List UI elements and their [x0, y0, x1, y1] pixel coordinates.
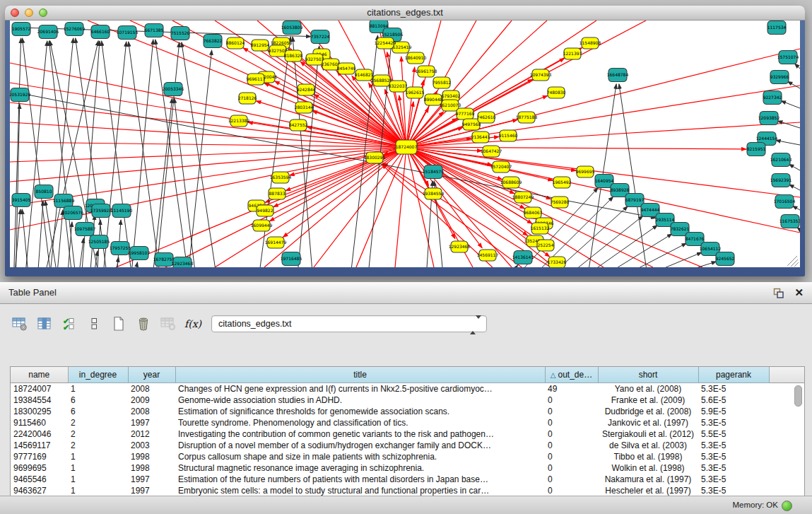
graph-node-teal[interactable]: 15276069	[64, 23, 86, 36]
graph-node-teal[interactable]: 1117534	[767, 21, 787, 35]
graph-node-teal[interactable]: 17359928	[90, 204, 112, 218]
table-row[interactable]: 1938455462009Genome-wide association stu…	[11, 395, 804, 406]
column-header-title[interactable]: title	[175, 367, 545, 383]
resize-grip-icon[interactable]	[787, 256, 797, 266]
graph-node-teal[interactable]: 3915405	[12, 194, 31, 207]
row-height-icon[interactable]	[86, 315, 102, 332]
column-header-name[interactable]: name	[11, 367, 68, 383]
graph-node-teal[interactable]: 9329966	[770, 71, 789, 84]
graph-node-teal[interactable]: 7663822	[204, 35, 223, 48]
graph-node-teal[interactable]: 14136141	[512, 251, 534, 264]
graph-node-yellow[interactable]: 10688609	[500, 177, 522, 188]
graph-node-teal[interactable]: 8215951	[747, 143, 766, 156]
column-header-outde[interactable]: △out_de…	[545, 367, 598, 383]
close-icon[interactable]: ✕	[794, 285, 804, 300]
graph-node-yellow[interactable]: 19384554	[423, 188, 445, 199]
graph-node-teal[interactable]: 16053809	[281, 21, 303, 35]
resize-grip-icon[interactable]	[791, 259, 798, 267]
graph-node-teal[interactable]: 11145190	[111, 204, 133, 218]
column-header-year[interactable]: year	[128, 367, 175, 383]
graph-node-teal[interactable]: 10975887	[74, 223, 96, 236]
graph-node-yellow[interactable]: 18640910	[405, 52, 427, 64]
table-row[interactable]: 969969511998Structural magnetic resonanc…	[11, 462, 804, 474]
create-column-icon[interactable]	[110, 315, 127, 332]
function-builder-icon[interactable]: f(x)	[184, 318, 201, 329]
graph-node-teal[interactable]: 15692391	[770, 174, 792, 187]
graph-node-teal[interactable]: 1905572	[12, 23, 31, 36]
graph-node-teal[interactable]: 16648784	[607, 69, 629, 82]
graph-node-yellow[interactable]: 12254429	[375, 37, 396, 49]
graph-node-yellow[interactable]: 9696117	[247, 74, 266, 85]
graph-node-yellow[interactable]: 252254	[537, 240, 554, 251]
graph-node-yellow[interactable]: 12213382	[228, 115, 250, 127]
graph-node-yellow[interactable]: 2718126	[238, 93, 257, 104]
graph-node-yellow[interactable]: 8186328	[284, 50, 303, 62]
graph-node-yellow[interactable]: 16914479	[265, 237, 287, 248]
table-row[interactable]: 2242004622012Investigating the contribut…	[11, 428, 804, 440]
graph-node-yellow[interactable]: 949822	[257, 205, 273, 216]
graph-node-teal[interactable]: 20531929	[10, 88, 30, 102]
graph-node-teal[interactable]: 15751074	[777, 51, 799, 64]
table-row[interactable]: 1872400712008Changes of HCN gene express…	[11, 383, 804, 395]
graph-node-teal[interactable]: 19958107	[129, 247, 151, 260]
graph-node-yellow[interactable]: 9115460	[499, 130, 518, 141]
graph-node-yellow[interactable]: 9684067	[524, 207, 543, 218]
graph-node-teal[interactable]: 15184576	[423, 165, 445, 179]
column-header-short[interactable]: short	[598, 367, 698, 383]
graph-node-teal[interactable]: 20053346	[163, 83, 184, 96]
graph-node-teal[interactable]: 6466160	[91, 25, 110, 39]
table-row[interactable]: 977716911998Corpus callosum shape and si…	[11, 451, 804, 462]
graph-node-yellow[interactable]: 9699695	[576, 166, 595, 177]
graph-node-yellow[interactable]: 7480830	[547, 87, 566, 98]
graph-node-yellow[interactable]: 1615132	[531, 223, 550, 234]
graph-node-yellow[interactable]: 16353594	[270, 172, 292, 183]
table-row[interactable]: 946554611997Estimation of the future num…	[11, 474, 804, 485]
select-rows-icon[interactable]: ✔ ✔	[61, 315, 78, 332]
column-header-pagerank[interactable]: pagerank	[698, 367, 769, 383]
graph-node-yellow[interactable]: 18775188	[516, 112, 538, 123]
graph-node-teal[interactable]: 11156889	[53, 194, 75, 208]
graph-node-yellow[interactable]: 887833	[269, 188, 286, 199]
graph-node-yellow[interactable]: 12923466	[449, 241, 471, 252]
graph-node-yellow[interactable]: 1221397	[563, 48, 582, 59]
table-row[interactable]: 1456911722003Disruption of a novel membe…	[11, 440, 804, 451]
graph-node-teal[interactable]: 20691406	[37, 25, 59, 39]
graph-node-yellow[interactable]: 8322037	[389, 81, 408, 92]
graph-node-yellow[interactable]: 8912954	[251, 40, 270, 51]
graph-node-yellow[interactable]: 16961758	[416, 66, 437, 77]
graph-node-teal[interactable]: 11675353	[779, 215, 800, 228]
graph-node-yellow[interactable]: 15720407	[490, 161, 512, 173]
resize-grip-icon[interactable]	[794, 262, 799, 267]
graph-node-teal[interactable]: 12505185	[88, 235, 110, 249]
graph-node-hub[interactable]: 18724007	[396, 140, 418, 154]
graph-node-yellow[interactable]: 2136441	[471, 132, 490, 143]
window-titlebar[interactable]: citations_edges.txt	[5, 6, 805, 21]
graph-node-yellow[interactable]: 10974393	[530, 69, 552, 81]
table-row[interactable]: 911546021997Tourette syndrome. Phenomeno…	[11, 417, 804, 428]
graph-node-teal[interactable]: 10719155	[117, 26, 139, 40]
show-columns-icon[interactable]	[36, 315, 53, 332]
table-mode-icon[interactable]	[11, 315, 28, 332]
graph-node-yellow[interactable]: 18807249	[512, 192, 534, 203]
column-header-indegree[interactable]: in_degree	[68, 367, 128, 383]
graph-node-yellow[interactable]: 14569117	[477, 250, 499, 261]
delete-table-icon[interactable]	[160, 315, 177, 332]
graph-node-yellow[interactable]: 10647427	[481, 146, 502, 157]
graph-node-yellow[interactable]: 11548908	[579, 37, 601, 49]
graph-node-teal[interactable]: 6671385	[145, 24, 164, 37]
network-graph-canvas[interactable]: 1905572206914061527606964661601071915566…	[10, 21, 800, 267]
graph-node-yellow[interactable]: 18300295	[364, 152, 386, 163]
delete-column-icon[interactable]	[135, 315, 152, 332]
graph-node-yellow[interactable]: 2803144	[295, 102, 314, 113]
graph-node-yellow[interactable]: 1965492	[553, 177, 572, 188]
table-row[interactable]: 1830029562008Estimation of significance …	[11, 406, 804, 417]
graph-node-yellow[interactable]: 8860124	[226, 37, 245, 49]
graph-node-teal[interactable]: 7357224	[311, 30, 330, 44]
graph-node-yellow[interactable]: 9777169	[456, 108, 475, 119]
graph-node-yellow[interactable]: 7569280	[551, 197, 570, 208]
graph-node-yellow[interactable]: 1733426	[548, 257, 567, 267]
graph-node-teal[interactable]: 7515526	[171, 27, 190, 40]
graph-node-yellow[interactable]: 8427552	[289, 119, 308, 131]
table-selector-dropdown[interactable]: citations_edges.txt	[211, 315, 487, 332]
graph-node-yellow[interactable]: 7955812	[433, 77, 452, 88]
